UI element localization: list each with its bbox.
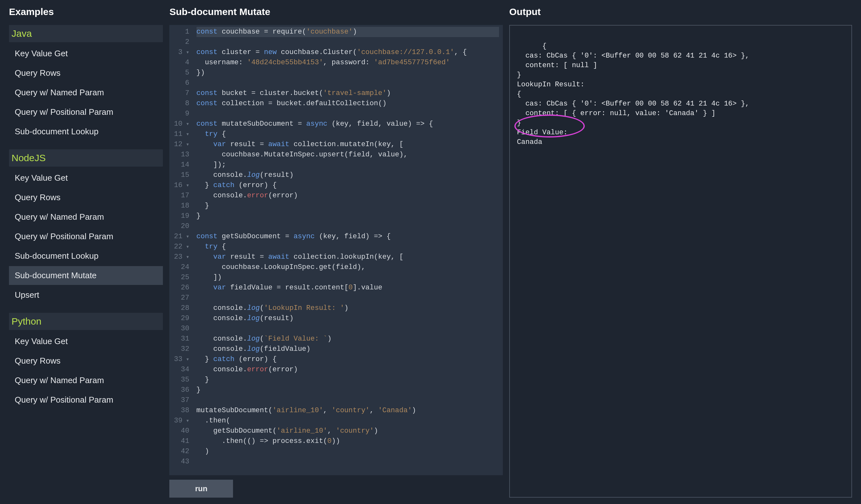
output-column: Output { cas: CbCas { '0': <Buffer 00 00… <box>509 6 852 498</box>
sidebar-group-python[interactable]: Python <box>9 313 163 330</box>
output-panel: { cas: CbCas { '0': <Buffer 00 00 58 62 … <box>509 25 852 498</box>
examples-header: Examples <box>9 6 163 17</box>
output-text: { cas: CbCas { '0': <Buffer 00 00 58 62 … <box>517 42 749 146</box>
sidebar-item[interactable]: Key Value Get <box>9 44 163 63</box>
line-gutter: 1 2 3 4 5 6 7 8 910111213141516171819202… <box>169 25 192 475</box>
sidebar-item[interactable]: Query Rows <box>9 188 163 207</box>
editor-column: Sub-document Mutate 1 2 3 4 5 6 7 8 9101… <box>169 6 503 498</box>
app-root: Examples JavaKey Value GetQuery RowsQuer… <box>0 0 861 504</box>
sidebar-group-nodejs[interactable]: NodeJS <box>9 149 163 167</box>
output-header: Output <box>509 6 852 17</box>
page-title: Sub-document Mutate <box>169 6 503 17</box>
sidebar-item[interactable]: Query Rows <box>9 351 163 370</box>
sidebar-item[interactable]: Query w/ Named Param <box>9 371 163 390</box>
sidebar-item[interactable]: Key Value Get <box>9 169 163 187</box>
sidebar-item[interactable]: Query w/ Positional Param <box>9 391 163 409</box>
sidebar-item[interactable]: Query w/ Positional Param <box>9 103 163 122</box>
sidebar-item[interactable]: Query Rows <box>9 64 163 83</box>
sidebar-item[interactable]: Sub-document Lookup <box>9 122 163 141</box>
code-editor[interactable]: 1 2 3 4 5 6 7 8 910111213141516171819202… <box>169 25 503 475</box>
run-button[interactable]: run <box>169 480 233 498</box>
sidebar-item[interactable]: Query w/ Named Param <box>9 208 163 226</box>
code-area[interactable]: const couchbase = require('couchbase') c… <box>193 25 503 475</box>
sidebar-item[interactable]: Upsert <box>9 285 163 305</box>
sidebar: Examples JavaKey Value GetQuery RowsQuer… <box>9 6 163 498</box>
sidebar-group-java[interactable]: Java <box>9 25 163 42</box>
sidebar-item[interactable]: Sub-document Mutate <box>9 266 163 285</box>
sidebar-item[interactable]: Key Value Get <box>9 332 163 351</box>
sidebar-item[interactable]: Sub-document Lookup <box>9 247 163 265</box>
sidebar-item[interactable]: Query w/ Positional Param <box>9 227 163 246</box>
sidebar-item[interactable]: Query w/ Named Param <box>9 83 163 102</box>
